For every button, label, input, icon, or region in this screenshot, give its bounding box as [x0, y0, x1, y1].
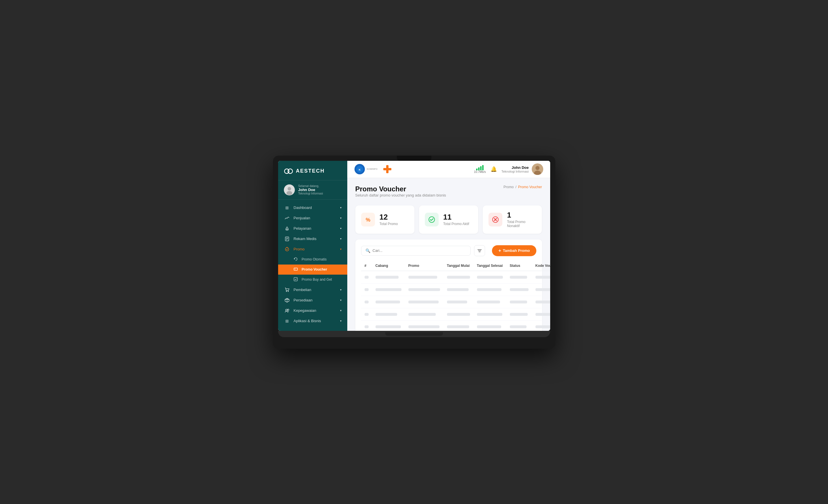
- sidebar-item-aplikasi-bisnis[interactable]: ⊞ Aplikasi & Bisnis ▾: [278, 316, 347, 326]
- sidebar-item-penjualan[interactable]: Penjualan ▾: [278, 213, 347, 223]
- check-icon: [294, 277, 299, 282]
- chevron-down-icon: ▾: [340, 319, 341, 323]
- sidebar-item-persediaan-label: Persediaan: [294, 298, 313, 302]
- chevron-down-icon: ▾: [340, 216, 341, 220]
- svg-point-13: [286, 291, 287, 292]
- record-icon: [284, 237, 290, 241]
- sidebar-user-name: John Doe: [298, 187, 323, 192]
- logo-text: AESTECH: [296, 168, 325, 174]
- kominfo-emblem: K: [354, 164, 365, 175]
- service-icon: [284, 226, 290, 231]
- sidebar-avatar: [284, 184, 295, 195]
- notification-bell-icon[interactable]: 🔔: [491, 166, 497, 172]
- sidebar-item-pembelian-label: Pembelian: [294, 288, 311, 292]
- apps-icon: ⊞: [284, 319, 290, 323]
- table-row[interactable]: [361, 308, 550, 321]
- svg-rect-21: [383, 168, 391, 170]
- svg-point-1: [288, 169, 293, 173]
- sidebar-item-aplikasi-bisnis-label: Aplikasi & Bisnis: [294, 319, 321, 323]
- sidebar-item-pembelian[interactable]: Pembelian ▾: [278, 285, 347, 295]
- stat-icon-check: [425, 213, 439, 226]
- stat-total-promo-number: 12: [380, 213, 398, 221]
- chevron-down-icon: ▾: [340, 237, 341, 240]
- sidebar-item-promo[interactable]: Promo ▾: [278, 244, 347, 254]
- svg-point-16: [287, 309, 289, 310]
- add-button-label: Tambah Promo: [503, 248, 530, 253]
- col-header-hash: #: [361, 261, 372, 271]
- table-row[interactable]: [361, 296, 550, 308]
- sidebar-item-promo-label: Promo: [294, 247, 305, 251]
- stat-icon-x: [489, 213, 502, 226]
- topbar: K KOMINFO: [347, 161, 550, 178]
- chevron-down-icon: ▾: [340, 227, 341, 230]
- col-header-promo: Promo: [405, 261, 444, 271]
- svg-text:%: %: [366, 217, 370, 223]
- sidebar-nav: ⊞ Dashboard ▾ Penjualan ▾: [278, 200, 347, 331]
- topbar-right: 10.7Mb/s 🔔 John Doe Teknologi Informasi: [474, 163, 543, 175]
- sidebar-user-role: Teknologi Informasi: [298, 192, 323, 195]
- svg-point-14: [288, 291, 288, 292]
- sidebar-item-penjualan-label: Penjualan: [294, 216, 310, 220]
- table-row[interactable]: [361, 283, 550, 296]
- kominfo-logo: K KOMINFO: [354, 164, 378, 175]
- box-icon: [284, 298, 290, 303]
- sidebar-item-promo-buy-get[interactable]: Promo Buy and Get: [278, 275, 347, 285]
- svg-point-4: [286, 191, 292, 195]
- page-header: Promo Voucher Seluruh daftar promo vouch…: [355, 185, 542, 203]
- table-row[interactable]: [361, 271, 550, 284]
- breadcrumb-current: Promo Voucher: [518, 185, 542, 189]
- page-subtitle: Seluruh daftar promo voucher yang ada di…: [355, 193, 446, 197]
- sidebar-item-rekam-medis[interactable]: Rekam Medis ▾: [278, 234, 347, 244]
- search-icon: 🔍: [365, 248, 370, 253]
- svg-point-23: [535, 166, 540, 170]
- stat-card-total-nonaktif: 1 Total Promo Nonaktif: [483, 205, 542, 234]
- ticket-icon: [294, 267, 299, 272]
- plus-icon: +: [498, 248, 501, 253]
- chevron-down-icon: ▾: [340, 206, 341, 209]
- table-row[interactable]: [361, 321, 550, 331]
- page-title: Promo Voucher: [355, 185, 446, 193]
- stat-total-nonaktif-number: 1: [507, 211, 536, 219]
- stat-card-total-aktif: 11 Total Promo Aktif: [419, 205, 478, 234]
- breadcrumb-separator: /: [515, 185, 516, 189]
- topbar-user-name: John Doe: [501, 165, 529, 170]
- logo-icon: [284, 167, 293, 176]
- search-input[interactable]: [373, 248, 466, 253]
- main-content: K KOMINFO: [347, 161, 550, 331]
- topbar-left: K KOMINFO: [354, 164, 392, 175]
- sidebar: AESTECH Selamat datang, John Doe Teknolo…: [278, 161, 347, 331]
- people-icon: [284, 308, 290, 313]
- sidebar-user: Selamat datang, John Doe Teknologi Infor…: [278, 180, 347, 200]
- table-toolbar: 🔍 + Tambah Promo: [361, 245, 536, 256]
- sidebar-item-promo-buy-get-label: Promo Buy and Get: [302, 278, 332, 282]
- stat-total-nonaktif-label: Total Promo Nonaktif: [507, 220, 536, 228]
- sidebar-item-promo-otomatis-label: Promo Otomatis: [302, 257, 327, 261]
- signal-speed-label: 10.7Mb/s: [474, 170, 486, 173]
- col-header-tanggal-selesai: Tanggal Selesai: [473, 261, 506, 271]
- stat-total-aktif-number: 11: [443, 213, 469, 221]
- sidebar-item-promo-otomatis[interactable]: Promo Otomatis: [278, 254, 347, 264]
- signal-bar-3: [480, 166, 482, 170]
- sidebar-item-promo-voucher[interactable]: Promo Voucher: [278, 264, 347, 275]
- sidebar-item-pelayanan[interactable]: Pelayanan ▾: [278, 223, 347, 234]
- sidebar-item-dashboard[interactable]: ⊞ Dashboard ▾: [278, 203, 347, 213]
- table-section: 🔍 + Tambah Promo: [355, 240, 542, 331]
- chart-icon: [284, 216, 290, 220]
- kominfo-label: KOMINFO: [367, 168, 378, 171]
- topbar-user-info: John Doe Teknologi Informasi: [501, 163, 543, 175]
- sidebar-item-pelayanan-label: Pelayanan: [294, 226, 311, 230]
- data-table: # Cabang Promo Tanggal Mulai Tanggal Sel…: [361, 261, 550, 331]
- stat-icon-percent: %: [361, 213, 375, 226]
- sidebar-item-promo-voucher-label: Promo Voucher: [302, 267, 327, 271]
- sidebar-item-kepegawaian[interactable]: Kepegawaian ▾: [278, 305, 347, 316]
- signal-bar-2: [478, 167, 480, 170]
- sidebar-item-kepegawaian-label: Kepegawaian: [294, 308, 317, 313]
- topbar-user-role: Teknologi Informasi: [501, 170, 529, 173]
- chevron-down-icon: ▾: [340, 299, 341, 302]
- grid-icon: ⊞: [284, 205, 290, 210]
- sidebar-item-persediaan[interactable]: Persediaan ▾: [278, 295, 347, 305]
- add-promo-button[interactable]: + Tambah Promo: [492, 245, 536, 256]
- signal-bars: [476, 165, 484, 170]
- healthplus-icon: [382, 164, 392, 174]
- filter-button[interactable]: [474, 245, 485, 256]
